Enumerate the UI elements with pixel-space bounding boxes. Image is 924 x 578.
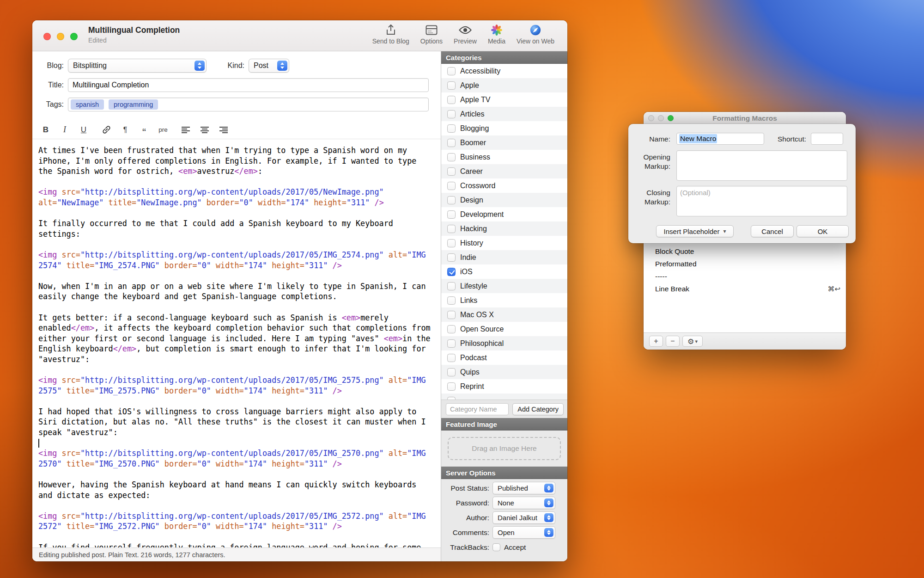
category-row[interactable]: Open Source bbox=[441, 322, 567, 336]
macro-list-item[interactable]: Line Break⌘↩ bbox=[644, 283, 846, 295]
add-category-button[interactable]: Add Category bbox=[512, 403, 564, 415]
category-checkbox[interactable] bbox=[447, 382, 456, 391]
kind-popup[interactable]: Post bbox=[249, 59, 289, 73]
align-center-button[interactable] bbox=[198, 123, 212, 136]
category-row[interactable]: Accessibility bbox=[441, 64, 567, 78]
underline-button[interactable]: U bbox=[77, 123, 91, 136]
category-row[interactable]: Crossword bbox=[441, 178, 567, 193]
category-row[interactable]: Business bbox=[441, 150, 567, 164]
align-left-button[interactable] bbox=[179, 123, 193, 136]
minimize-button[interactable] bbox=[658, 115, 664, 121]
paragraph-button[interactable]: ¶ bbox=[118, 123, 132, 136]
category-checkbox[interactable] bbox=[447, 282, 456, 290]
category-row[interactable]: Design bbox=[441, 193, 567, 207]
category-row[interactable]: Quips bbox=[441, 365, 567, 379]
blog-popup[interactable]: Bitsplitting bbox=[68, 59, 207, 73]
category-checkbox[interactable] bbox=[447, 311, 456, 319]
category-checkbox[interactable] bbox=[447, 268, 456, 276]
category-checkbox[interactable] bbox=[447, 182, 456, 190]
category-row[interactable]: Apple bbox=[441, 78, 567, 92]
category-checkbox[interactable] bbox=[447, 196, 456, 204]
editor-paragraph[interactable]: <img src="http://bitsplitting.org/wp-con… bbox=[38, 375, 432, 396]
category-checkbox[interactable] bbox=[447, 225, 456, 233]
category-row[interactable]: Mac OS X bbox=[441, 307, 567, 322]
editor-paragraph[interactable]: <img src="http://bitsplitting.org/wp-con… bbox=[38, 250, 432, 271]
category-checkbox[interactable] bbox=[447, 253, 456, 262]
macro-list-item[interactable]: ----- bbox=[644, 270, 846, 283]
view-on-web-button[interactable]: View on Web bbox=[517, 24, 554, 45]
editor-paragraph[interactable]: It finally occurred to me that I could a… bbox=[38, 218, 432, 239]
category-row[interactable] bbox=[441, 394, 567, 400]
category-checkbox[interactable] bbox=[447, 153, 456, 161]
insert-placeholder-button[interactable]: Insert Placeholder ▾ bbox=[656, 225, 734, 237]
password-popup[interactable]: None bbox=[492, 497, 555, 509]
send-to-blog-button[interactable]: Send to Blog bbox=[372, 24, 409, 45]
author-popup[interactable]: Daniel Jalkut bbox=[492, 511, 555, 524]
category-row[interactable]: Lifestyle bbox=[441, 279, 567, 293]
blockquote-button[interactable]: “ bbox=[137, 123, 151, 136]
editor-paragraph[interactable]: <img src="http://bitsplitting.org/wp-con… bbox=[38, 448, 432, 469]
tags-field[interactable]: spanishprogramming bbox=[68, 98, 429, 111]
category-row[interactable]: Career bbox=[441, 164, 567, 178]
italic-button[interactable]: I bbox=[58, 123, 72, 136]
bold-button[interactable]: B bbox=[39, 123, 53, 136]
editor-paragraph[interactable] bbox=[38, 438, 432, 449]
macro-name-field[interactable]: New Macro bbox=[676, 133, 764, 145]
macro-actions-button[interactable]: ⚙ ▾ bbox=[682, 336, 703, 347]
category-checkbox[interactable] bbox=[447, 325, 456, 333]
comments-popup[interactable]: Open bbox=[492, 526, 555, 539]
remove-macro-button[interactable]: − bbox=[666, 336, 680, 347]
tag-token[interactable]: programming bbox=[109, 99, 158, 110]
category-name-input[interactable] bbox=[446, 403, 509, 415]
opening-markup-textarea[interactable] bbox=[676, 150, 847, 181]
category-row[interactable]: Blogging bbox=[441, 121, 567, 135]
post-status-popup[interactable]: Published bbox=[492, 482, 555, 494]
trackbacks-checkbox[interactable] bbox=[492, 543, 500, 551]
media-button[interactable]: Media bbox=[488, 24, 505, 45]
category-row[interactable]: iOS bbox=[441, 264, 567, 279]
closing-markup-textarea[interactable] bbox=[676, 186, 847, 216]
editor-paragraph[interactable]: <img src="http://bitsplitting.org/wp-con… bbox=[38, 511, 432, 532]
zoom-button[interactable] bbox=[70, 33, 78, 40]
category-checkbox[interactable] bbox=[447, 339, 456, 348]
category-row[interactable]: Philosophical bbox=[441, 336, 567, 350]
preformatted-button[interactable]: pre bbox=[156, 123, 170, 136]
category-checkbox[interactable] bbox=[447, 96, 456, 104]
link-button[interactable] bbox=[99, 123, 113, 136]
title-input[interactable] bbox=[68, 78, 429, 92]
align-right-button[interactable] bbox=[217, 123, 231, 136]
editor-paragraph[interactable]: Now, when I'm in an app or on a web site… bbox=[38, 281, 432, 302]
category-checkbox[interactable] bbox=[447, 110, 456, 118]
category-checkbox[interactable] bbox=[447, 397, 456, 400]
category-row[interactable]: Indie bbox=[441, 250, 567, 264]
category-checkbox[interactable] bbox=[447, 210, 456, 219]
close-button[interactable] bbox=[648, 115, 654, 121]
image-drop-zone[interactable]: Drag an Image Here bbox=[448, 437, 561, 460]
category-checkbox[interactable] bbox=[447, 167, 456, 176]
category-row[interactable]: Podcast bbox=[441, 350, 567, 365]
tag-token[interactable]: spanish bbox=[71, 99, 104, 110]
category-checkbox[interactable] bbox=[447, 296, 456, 305]
category-checkbox[interactable] bbox=[447, 354, 456, 362]
close-button[interactable] bbox=[43, 33, 51, 40]
zoom-button[interactable] bbox=[668, 115, 674, 121]
category-checkbox[interactable] bbox=[447, 67, 456, 75]
preview-button[interactable]: Preview bbox=[454, 24, 477, 45]
category-checkbox[interactable] bbox=[447, 239, 456, 247]
minimize-button[interactable] bbox=[57, 33, 64, 40]
editor-paragraph[interactable]: <img src="http://bitsplitting.org/wp-con… bbox=[38, 187, 432, 208]
macro-list-item[interactable]: Preformatted bbox=[644, 258, 846, 270]
macro-shortcut-field[interactable] bbox=[811, 133, 843, 145]
category-row[interactable]: Hacking bbox=[441, 221, 567, 236]
category-row[interactable]: Articles bbox=[441, 107, 567, 121]
category-checkbox[interactable] bbox=[447, 368, 456, 376]
editor-paragraph[interactable]: I had hoped that iOS's willingness to cr… bbox=[38, 406, 432, 438]
category-row[interactable]: Development bbox=[441, 207, 567, 221]
category-row[interactable]: Links bbox=[441, 293, 567, 307]
category-checkbox[interactable] bbox=[447, 139, 456, 147]
cancel-button[interactable]: Cancel bbox=[751, 225, 794, 237]
options-button[interactable]: Options bbox=[420, 24, 443, 45]
editor[interactable]: At times I've been frustrated that when … bbox=[32, 139, 441, 547]
editor-paragraph[interactable]: At times I've been frustrated that when … bbox=[38, 145, 432, 177]
editor-paragraph[interactable]: It gets better: if a second-language key… bbox=[38, 313, 432, 365]
